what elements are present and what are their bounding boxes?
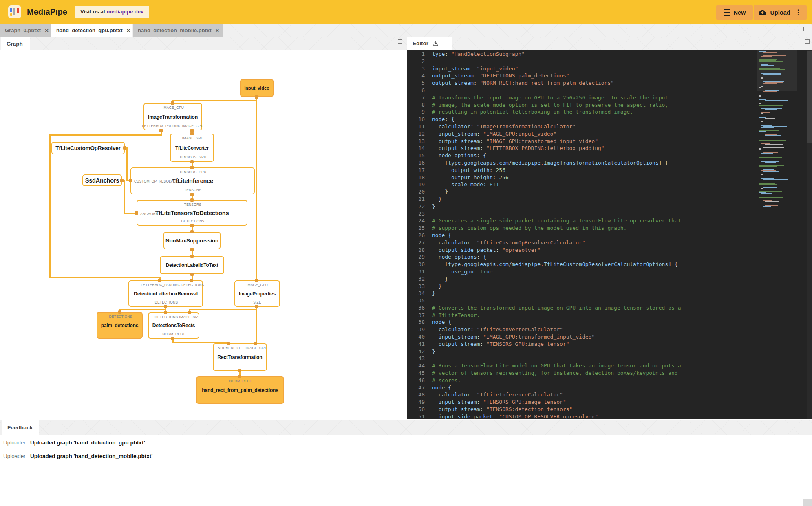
port-marker[interactable]: [158, 279, 161, 282]
code-line-21[interactable]: 21}: [407, 196, 812, 203]
code-line-12[interactable]: 12input_stream: "IMAGE_GPU:input_video": [407, 130, 812, 138]
close-tab-icon[interactable]: ×: [45, 27, 49, 33]
port-marker[interactable]: [190, 129, 194, 132]
code-line-1[interactable]: 1type: "HandDetectionSubgraph": [407, 51, 812, 58]
graph-node-ImageProperties[interactable]: ImagePropertiesIMAGE_GPUSIZE: [234, 280, 280, 307]
graph-node-NonMaxSuppression[interactable]: NonMaxSuppression: [163, 232, 221, 249]
code-line-43[interactable]: 43: [407, 355, 812, 362]
code-line-30[interactable]: 30[type.googleapis.com/mediapipe.TfLiteC…: [407, 261, 812, 268]
code-line-50[interactable]: 50output_stream: "TENSORS:detection_tens…: [407, 406, 812, 413]
port-marker[interactable]: [238, 375, 241, 378]
port-marker[interactable]: [120, 179, 124, 182]
download-icon[interactable]: [432, 40, 439, 46]
upload-button[interactable]: Upload ⋮: [754, 5, 807, 20]
graph-node-palm_detections[interactable]: palm_detectionsDETECTIONS: [97, 312, 143, 339]
close-tab-icon[interactable]: ×: [127, 27, 130, 33]
tab-graph[interactable]: Graph: [1, 37, 30, 50]
minimap[interactable]: [759, 50, 795, 419]
code-line-6[interactable]: 6: [407, 87, 812, 94]
port-marker[interactable]: [190, 132, 194, 135]
port-marker[interactable]: [188, 311, 191, 314]
port-marker[interactable]: [190, 279, 193, 282]
graph-node-RectTransformation[interactable]: RectTransformationNORM_RECTIMAGE_SIZE: [213, 343, 267, 371]
code-line-9[interactable]: 9# resulting in potential letterboxing i…: [407, 108, 812, 116]
code-line-36[interactable]: 36# Converts the transformed input image…: [407, 304, 812, 312]
port-marker[interactable]: [129, 179, 132, 182]
code-line-15[interactable]: 15node_options: {: [407, 152, 812, 159]
code-line-51[interactable]: 51input_side_packet: "CUSTOM_OP_RESOLVER…: [407, 413, 812, 419]
mediapipe-dev-link[interactable]: mediapipe.dev: [107, 9, 143, 15]
code-line-46[interactable]: 46# scores.: [407, 377, 812, 384]
code-line-37[interactable]: 37# TfLiteTensor.: [407, 312, 812, 319]
code-line-20[interactable]: 20}: [407, 188, 812, 196]
code-line-11[interactable]: 11calculator: "ImageTransformationCalcul…: [407, 123, 812, 130]
expand-pane-icon[interactable]: [803, 27, 808, 31]
port-marker[interactable]: [190, 198, 194, 202]
code-line-13[interactable]: 13output_stream: "IMAGE_GPU:transformed_…: [407, 138, 812, 145]
port-marker[interactable]: [190, 255, 194, 258]
editor-scrollbar[interactable]: [807, 50, 812, 419]
port-marker[interactable]: [190, 166, 194, 169]
port-marker[interactable]: [190, 160, 194, 163]
code-line-4[interactable]: 4output_stream: "DETECTIONS:palm_detecti…: [407, 72, 812, 79]
code-line-8[interactable]: 8# image, the scale_mode option is set t…: [407, 101, 812, 109]
expand-feedback-pane-icon[interactable]: [805, 423, 809, 427]
file-tab-Graph_0.pbtxt[interactable]: Graph_0.pbtxt×: [0, 24, 51, 37]
code-line-34[interactable]: 34}: [407, 290, 812, 297]
code-line-42[interactable]: 42}: [407, 348, 812, 355]
code-line-38[interactable]: 38node {: [407, 319, 812, 326]
code-line-45[interactable]: 45# vector of tensors representing, for …: [407, 370, 812, 377]
code-line-31[interactable]: 31use_gpu: true: [407, 268, 812, 275]
code-line-35[interactable]: 35: [407, 297, 812, 304]
port-marker[interactable]: [255, 279, 258, 282]
graph-node-ImageTransformation[interactable]: ImageTransformationIMAGE_GPULETTERBOX_PA…: [143, 103, 202, 130]
port-marker[interactable]: [171, 101, 174, 105]
graph-node-TfLiteInference[interactable]: TfLiteInferenceTENSORS_GPUTENSORSCUSTOM_…: [130, 167, 255, 194]
graph-node-TfLiteTensorsToDetections[interactable]: TfLiteTensorsToDetectionsTENSORSDETECTIO…: [137, 200, 247, 226]
port-marker[interactable]: [164, 311, 167, 314]
tab-editor[interactable]: Editor: [407, 37, 452, 50]
port-marker[interactable]: [171, 337, 174, 340]
code-line-2[interactable]: 2: [407, 58, 812, 65]
code-line-14[interactable]: 14output_stream: "LETTERBOX_PADDING:lett…: [407, 145, 812, 152]
graph-node-TfLiteConverter[interactable]: TfLiteConverterIMAGE_GPUTENSORS_GPU: [170, 134, 214, 162]
code-line-3[interactable]: 3input_stream: "input_video": [407, 65, 812, 73]
code-line-26[interactable]: 26node {: [407, 232, 812, 239]
graph-node-DetectionLabelIdToText[interactable]: DetectionLabelIdToText: [160, 256, 224, 274]
code-line-41[interactable]: 41output_stream: "TENSORS_GPU:image_tens…: [407, 341, 812, 348]
code-line-5[interactable]: 5output_stream: "NORM_RECT:hand_rect_fro…: [407, 79, 812, 87]
port-marker[interactable]: [190, 248, 194, 251]
code-line-16[interactable]: 16[type.googleapis.com/mediapipe.ImageTr…: [407, 159, 812, 167]
port-marker[interactable]: [227, 342, 230, 345]
code-line-22[interactable]: 22}: [407, 203, 812, 210]
code-line-17[interactable]: 17output_width: 256: [407, 167, 812, 174]
code-line-27[interactable]: 27calculator: "TfLiteCustomOpResolverCal…: [407, 239, 812, 246]
code-line-40[interactable]: 40input_stream: "IMAGE_GPU:transformed_i…: [407, 333, 812, 341]
code-line-23[interactable]: 23: [407, 210, 812, 218]
new-button[interactable]: New: [716, 5, 753, 20]
code-line-39[interactable]: 39calculator: "TfLiteConverterCalculator…: [407, 326, 812, 333]
file-tab-hand_detection_mobile.pbtxt[interactable]: hand_detection_mobile.pbtxt×: [133, 24, 223, 37]
port-marker[interactable]: [190, 230, 194, 233]
code-editor[interactable]: 1type: "HandDetectionSubgraph"23input_st…: [407, 50, 812, 419]
graph-node-TfLiteCustomOpResolver[interactable]: TfLiteCustomOpResolver: [51, 142, 125, 154]
file-tab-hand_detection_gpu.pbtxt[interactable]: hand_detection_gpu.pbtxt×: [51, 24, 132, 37]
code-line-10[interactable]: 10node: {: [407, 116, 812, 123]
graph-node-hand_rect_from_palm_detections[interactable]: hand_rect_from_palm_detectionsNORM_RECT: [196, 376, 284, 404]
code-line-7[interactable]: 7# Transforms the input image on GPU to …: [407, 94, 812, 101]
graph-node-DetectionsToRects[interactable]: DetectionsToRectsDETECTIONSIMAGE_SIZENOR…: [148, 312, 199, 339]
port-marker[interactable]: [238, 369, 241, 372]
code-line-29[interactable]: 29node_options: {: [407, 253, 812, 261]
code-line-18[interactable]: 18output_height: 256: [407, 174, 812, 181]
code-line-33[interactable]: 33}: [407, 283, 812, 290]
port-marker[interactable]: [190, 273, 194, 276]
port-marker[interactable]: [254, 342, 257, 345]
code-line-49[interactable]: 49input_stream: "TENSORS_GPU:image_tenso…: [407, 398, 812, 406]
code-line-25[interactable]: 25# supports custom ops needed by the mo…: [407, 224, 812, 232]
graph-node-DetectionLetterboxRemoval[interactable]: DetectionLetterboxRemovalLETTERBOX_PADDI…: [128, 280, 203, 307]
upload-more-icon[interactable]: ⋮: [795, 8, 802, 17]
expand-graph-pane-icon[interactable]: [398, 39, 402, 44]
port-marker[interactable]: [164, 305, 167, 308]
code-line-32[interactable]: 32}: [407, 275, 812, 283]
port-marker[interactable]: [255, 305, 258, 308]
